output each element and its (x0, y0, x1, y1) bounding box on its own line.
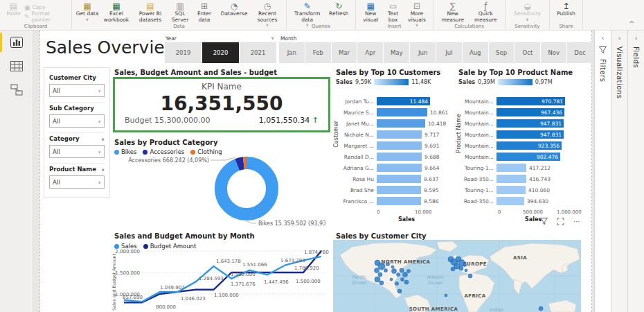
new-visual-button[interactable]: ▦ New visual (359, 1, 382, 24)
chevron-down-icon[interactable]: ∨ (101, 167, 105, 172)
filter-card: Customer City All ∨ Sub Category All ∨ C… (44, 67, 110, 198)
dataverse-button[interactable]: ◔ Dataverse (216, 1, 252, 18)
page-title: Sales Overview (46, 37, 179, 58)
insert-group-label: Insert (356, 24, 433, 29)
chevron-down-icon: ∨ (86, 17, 89, 22)
year-2021-button[interactable]: 2021 (240, 42, 276, 63)
line-y-tick-2m: 2.000.000 (115, 249, 140, 254)
publish-button[interactable]: ↥ Publish (553, 1, 580, 18)
point-label: 1.049.907 (160, 285, 185, 291)
svg-text:AFRICA: AFRICA (464, 293, 485, 299)
customer-city-select[interactable]: All ∨ (49, 84, 105, 97)
report-canvas: Sales Overview Year ∨ 2019 2020 2021 Mon… (39, 31, 592, 312)
text-box-button[interactable]: ▭ Text box (382, 1, 404, 24)
chevron-down-icon: ∨ (98, 119, 101, 123)
filters-pane[interactable]: ‹ Filters (594, 31, 611, 312)
month-apr-button[interactable]: Apr (357, 42, 383, 63)
format-painter-button[interactable]: ✎ Format painter (24, 12, 69, 21)
svg-text:Ocean: Ocean (429, 280, 443, 286)
data-view-icon (10, 61, 23, 71)
month-nov-button[interactable]: Nov (541, 42, 566, 63)
ribbon-group-data: ▦ Get data ∨ ▦ Excel workbook ▤ Power BI… (72, 0, 287, 30)
product-name-select[interactable]: All ∨ (49, 175, 105, 189)
enter-data-button[interactable]: ⊞ Enter data (193, 1, 216, 24)
more-options-icon[interactable]: ⋯ (573, 218, 580, 225)
products-x-tick-2: 1.000.000 (557, 209, 582, 215)
ribbon-collapse-button[interactable]: ^ (629, 20, 634, 27)
bikes-callout: Bikes 15.359.502 (93,93%) (258, 220, 325, 227)
report-view-button[interactable] (0, 31, 33, 54)
point-label: 1.046.023 (181, 296, 206, 302)
products-bar-chart[interactable]: Mountain...970.781 Mountain...967.436 Mo… (456, 96, 578, 207)
year-2020-button[interactable]: 2020 (202, 42, 239, 63)
products-x-axis-title: Sales (525, 216, 542, 223)
chevron-down-icon: ∨ (98, 149, 101, 154)
ribbon-group-share: ↥ Publish Share (550, 0, 583, 30)
gradient-bar (374, 79, 409, 85)
expand-visualizations-icon[interactable]: ‹ (618, 35, 621, 42)
fields-pane[interactable]: ‹ Fields (627, 31, 644, 312)
ribbon-group-sensitivity: ◒ Sensitivity ∨ Sensitivity (506, 0, 550, 30)
year-slicer-chevron-icon[interactable]: ∨ (271, 35, 275, 41)
focus-mode-icon[interactable] (557, 218, 564, 225)
svg-text:Indian: Indian (490, 307, 503, 312)
customers-x-axis-title: Sales (398, 216, 415, 223)
month-slicer-label: Month (280, 35, 297, 42)
donut-chart-title: Sales by Product Category (114, 139, 217, 146)
customers-bar-chart[interactable]: Jordan Tu...11.484 Maurice S...10.861 Ja… (334, 96, 453, 207)
paste-button[interactable]: ▤ Paste (3, 1, 24, 18)
year-2019-button[interactable]: 2019 (165, 42, 202, 63)
month-mar-button[interactable]: Mar (332, 42, 357, 63)
line-y-tick-15m: 1.500.000 (115, 270, 140, 276)
kpi-card-title: Sales, Budget Amount and Sales - budget (114, 69, 277, 76)
quick-measure-button[interactable]: ƒ Quick measure (469, 1, 503, 24)
line-y-axis-title: Sales and Budget Amount (111, 253, 117, 311)
ribbon-group-queries: ✎ Transform data ∨ ↻ Refresh Queries (287, 0, 356, 30)
month-jul-button[interactable]: Jul (436, 42, 462, 63)
kpi-delta: 1,051,550.34 ↑ (259, 116, 319, 125)
point-label: 1.500.000 (231, 272, 256, 277)
line-chart[interactable]: Sales and Budget Amount 2.000.000 1.500.… (111, 230, 332, 312)
month-oct-button[interactable]: Oct (515, 42, 540, 63)
month-may-button[interactable]: May (384, 42, 409, 63)
expand-fields-icon[interactable]: ‹ (635, 35, 638, 42)
kpi-card[interactable]: KPI Name 16,351,550 Budget 15,300,000.00… (113, 77, 330, 132)
new-measure-button[interactable]: ∑ New measure (436, 1, 469, 24)
customer-city-map[interactable]: NORTH AMERICA EUROPE ASIA AFRICA SOUTH A… (333, 240, 581, 312)
sql-server-button[interactable]: ▥ SQL Server (168, 1, 193, 24)
month-dec-button[interactable]: Dec (567, 42, 593, 63)
chevron-down-icon[interactable]: ∨ (101, 137, 105, 141)
month-jun-button[interactable]: Jun (410, 42, 436, 63)
map-title: Sales by Customer City (336, 232, 427, 240)
power-bi-datasets-button[interactable]: ▤ Power BI datasets (133, 1, 168, 24)
sub-category-select[interactable]: All ∨ (49, 114, 105, 128)
donut-chart[interactable]: Accessories 668.242 (4,09%) Bikes 15.359… (123, 147, 325, 229)
queries-group-label: Queries (287, 24, 355, 29)
visualizations-pane-label: Visualizations (616, 46, 623, 98)
refresh-button[interactable]: ↻ Refresh (325, 1, 352, 18)
kpi-value: 16,351,550 (115, 92, 328, 115)
svg-text:Ocean: Ocean (352, 280, 367, 286)
expand-filters-icon[interactable]: ‹ (602, 35, 605, 42)
get-data-button[interactable]: ▦ Get data ∨ (75, 1, 100, 23)
category-label: Category (49, 135, 79, 142)
svg-text:Pacific: Pacific (352, 275, 367, 280)
data-view-button[interactable] (0, 54, 33, 78)
filter-icon[interactable] (540, 218, 548, 225)
month-sep-button[interactable]: Sep (489, 42, 515, 63)
point-label: 1.500.000 (296, 279, 321, 284)
model-view-button[interactable] (0, 78, 33, 101)
svg-text:EUROPE: EUROPE (463, 261, 487, 267)
visualizations-pane[interactable]: ‹ Visualizations (611, 31, 627, 312)
point-label: 1.284.593 (199, 276, 224, 281)
month-jan-button[interactable]: Jan (279, 42, 305, 63)
excel-workbook-button[interactable]: ▦ Excel workbook (100, 1, 133, 24)
month-feb-button[interactable]: Feb (305, 42, 331, 63)
view-nav-rail (0, 31, 33, 312)
filter-icon (599, 46, 607, 54)
category-select[interactable]: All ∨ (49, 145, 105, 158)
point-label: 1.643.178 (216, 259, 241, 264)
month-aug-button[interactable]: Aug (463, 42, 488, 63)
sensitivity-button[interactable]: ◒ Sensitivity ∨ (508, 1, 546, 23)
product-name-label: Product Name (49, 166, 96, 173)
